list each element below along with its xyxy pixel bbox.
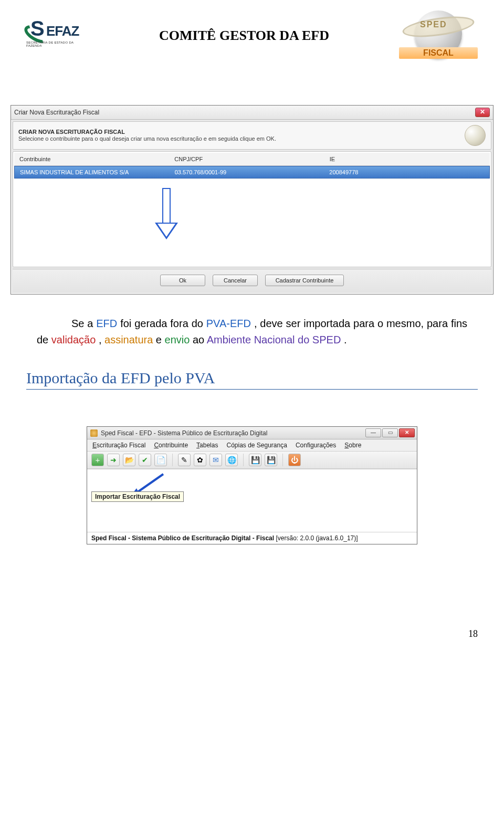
sefaz-logo-s: S [30, 17, 45, 40]
page-number: 18 [26, 628, 478, 639]
stop-icon[interactable]: ⏻ [288, 454, 301, 466]
sefaz-logo-subtitle: SECRETARIA DE ESTADO DA FAZENDA [26, 41, 89, 47]
dialog-titlebar: Criar Nova Escrituração Fiscal ✕ [11, 106, 493, 120]
menu-escrituracao[interactable]: EEscrituração Fiscalscrituração Fiscal [92, 442, 145, 449]
globe-icon [465, 125, 486, 146]
maximize-icon[interactable]: ▭ [382, 428, 398, 437]
globe-icon[interactable]: 🌐 [225, 454, 238, 466]
tooltip: Importar Escrituração Fiscal [91, 491, 184, 502]
save2-icon[interactable]: 💾 [265, 454, 277, 466]
section-heading: Importação da EFD pelo PVA [26, 369, 478, 390]
sped-ring-text: SPED [420, 20, 447, 29]
menu-copias[interactable]: Cópias de Segurança [226, 442, 287, 449]
menu-config[interactable]: Configurações [296, 442, 336, 449]
sefaz-logo-text: EFAZ [46, 23, 79, 39]
status-rest: [versão: 2.0.0 (java1.6.0_17)] [274, 534, 358, 542]
close-icon[interactable]: ✕ [399, 428, 415, 437]
ok-button[interactable]: Ok [160, 275, 205, 286]
import-icon[interactable]: ➜ [107, 454, 120, 466]
app-toolbar: ＋ ➜ 📂 ✔ 📄 ✎ ✿ ✉ 🌐 💾 💾 ⏻ [87, 452, 417, 469]
menu-contribuinte[interactable]: Contribuinte [154, 442, 188, 449]
cell-cnpj: 03.570.768/0001-99 [175, 169, 330, 175]
col-contribuinte: Contribuinte [19, 156, 174, 162]
menu-tabelas[interactable]: Tabelas [196, 442, 218, 449]
add-contribuinte-button[interactable]: Cadastrar Contribuinte [265, 275, 344, 286]
dialog-table: Contribuinte CNPJ/CPF IE SIMAS INDUSTRIA… [13, 151, 491, 267]
close-icon[interactable]: ✕ [475, 108, 490, 117]
cancel-button[interactable]: Cancelar [213, 275, 258, 286]
dialog-subtitle: Selecione o contribuinte para o qual des… [18, 135, 276, 142]
send-icon[interactable]: ✉ [209, 454, 222, 466]
java-icon [90, 429, 98, 437]
sefaz-logo: S EFAZ SECRETARIA DE ESTADO DA FAZENDA [26, 20, 89, 49]
save-icon[interactable]: 💾 [249, 454, 261, 466]
sign-icon[interactable]: ✿ [194, 454, 206, 466]
open-icon[interactable]: 📂 [123, 454, 135, 466]
sped-fiscal-logo: SPED FISCAL [399, 11, 478, 58]
table-row[interactable]: SIMAS INDUSTRIAL DE ALIMENTOS S/A 03.570… [14, 166, 490, 179]
body-paragraph: Se a EFD foi gerada fora do PVA-EFD , de… [37, 316, 467, 348]
minimize-icon[interactable]: — [365, 428, 381, 437]
dialog-instruction-panel: CRIAR NOVA ESCRITURAÇÃO FISCAL Selecione… [13, 121, 491, 150]
col-cnpj-cpf: CNPJ/CPF [174, 156, 329, 162]
menu-sobre[interactable]: Sobre [344, 442, 361, 449]
cell-contribuinte: SIMAS INDUSTRIAL DE ALIMENTOS S/A [20, 169, 175, 175]
app-body: Importar Escrituração Fiscal [87, 469, 417, 532]
status-bold: Sped Fiscal - Sistema Público de Escritu… [91, 534, 274, 542]
check-icon[interactable]: ✔ [139, 454, 151, 466]
app-screenshot: Sped Fiscal - EFD - Sistema Público de E… [26, 426, 478, 544]
cell-ie: 200849778 [329, 169, 484, 175]
doc-icon[interactable]: 📄 [154, 454, 167, 466]
dialog-button-bar: Ok Cancelar Cadastrar Contribuinte [13, 269, 491, 292]
page-title: COMITÊ GESTOR DA EFD [89, 28, 399, 44]
dialog-heading: CRIAR NOVA ESCRITURAÇÃO FISCAL [18, 129, 276, 135]
table-header: Contribuinte CNPJ/CPF IE [14, 153, 490, 166]
document-header: S EFAZ SECRETARIA DE ESTADO DA FAZENDA C… [26, 11, 478, 58]
app-menubar: EEscrituração Fiscalscrituração Fiscal C… [87, 439, 417, 452]
sped-fiscal-label: FISCAL [399, 47, 478, 59]
svg-line-0 [135, 474, 163, 494]
app-statusbar: Sped Fiscal - Sistema Público de Escritu… [87, 532, 417, 544]
dialog-title: Criar Nova Escrituração Fiscal [14, 109, 99, 116]
edit-icon[interactable]: ✎ [178, 454, 191, 466]
app-title: Sped Fiscal - EFD - Sistema Público de E… [101, 429, 267, 437]
col-ie: IE [330, 156, 485, 162]
dialog-screenshot: Criar Nova Escrituração Fiscal ✕ CRIAR N… [10, 105, 494, 295]
app-titlebar: Sped Fiscal - EFD - Sistema Público de E… [87, 427, 417, 439]
arrow-down-icon [156, 188, 177, 240]
new-icon[interactable]: ＋ [91, 454, 104, 466]
